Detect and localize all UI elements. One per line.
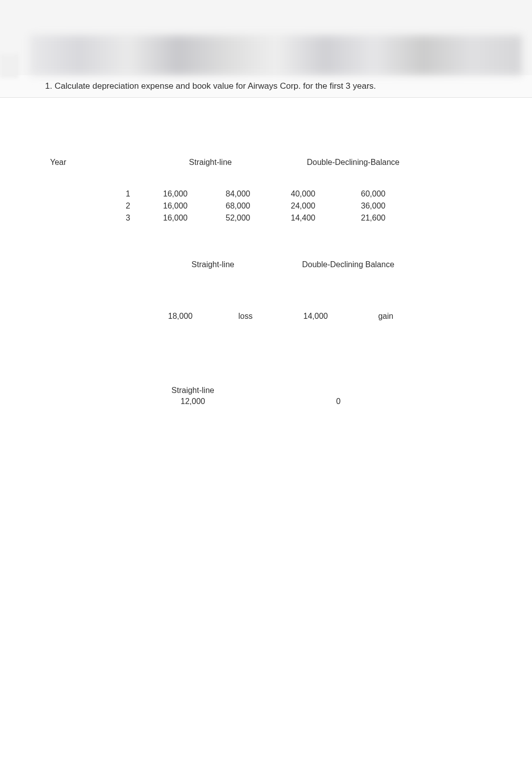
table3-value-1: 12,000	[150, 397, 235, 406]
ddb-bv-cell: 36,000	[336, 202, 411, 211]
sl-result-cell: loss	[210, 312, 281, 321]
header-area: 1. Calculate depreciation expense and bo…	[0, 0, 532, 98]
table-row: 1 16,000 84,000 40,000 60,000	[50, 189, 492, 199]
ddb-header: Double-Declining-Balance	[278, 158, 428, 167]
straight-line-header: Straight-line	[158, 158, 263, 167]
table1-header: Year Straight-line Double-Declining-Bala…	[50, 158, 492, 167]
sl-amount-cell: 18,000	[150, 312, 210, 321]
sidebar-handle	[0, 54, 18, 78]
ddb-amount-cell: 14,000	[281, 312, 351, 321]
blurred-content	[30, 35, 522, 75]
table-row: 2 16,000 68,000 24,000 36,000	[50, 202, 492, 211]
sl-depr-cell: 16,000	[145, 202, 205, 211]
section-gain-loss: Straight-line Double-Declining Balance 1…	[50, 260, 492, 321]
year-cell: 1	[50, 189, 145, 199]
table2-header: Straight-line Double-Declining Balance	[50, 260, 492, 269]
year-cell: 2	[50, 202, 145, 211]
table2-row: 18,000 loss 14,000 gain	[50, 312, 492, 321]
sl-bv-cell: 84,000	[205, 189, 271, 199]
sl-depr-cell: 16,000	[145, 189, 205, 199]
question-text: 1. Calculate depreciation expense and bo…	[0, 75, 532, 98]
straight-line-header-3: Straight-line	[150, 386, 235, 395]
content-area: Year Straight-line Double-Declining-Bala…	[0, 98, 532, 406]
sl-bv-cell: 68,000	[205, 202, 271, 211]
section-final: Straight-line 12,000 0	[50, 386, 492, 406]
table3-header: Straight-line	[50, 386, 492, 395]
table3-row: 12,000 0	[50, 397, 492, 406]
year-cell: 3	[50, 214, 145, 223]
sl-depr-cell: 16,000	[145, 214, 205, 223]
ddb-depr-cell: 24,000	[271, 202, 336, 211]
table3-value-2: 0	[235, 397, 361, 406]
ddb-depr-cell: 40,000	[271, 189, 336, 199]
ddb-bv-cell: 21,600	[336, 214, 411, 223]
straight-line-header-2: Straight-line	[158, 260, 268, 269]
table-row: 3 16,000 52,000 14,400 21,600	[50, 214, 492, 223]
ddb-result-cell: gain	[351, 312, 421, 321]
ddb-header-2: Double-Declining Balance	[278, 260, 418, 269]
ddb-depr-cell: 14,400	[271, 214, 336, 223]
ddb-bv-cell: 60,000	[336, 189, 411, 199]
sl-bv-cell: 52,000	[205, 214, 271, 223]
year-column-header: Year	[50, 158, 80, 167]
